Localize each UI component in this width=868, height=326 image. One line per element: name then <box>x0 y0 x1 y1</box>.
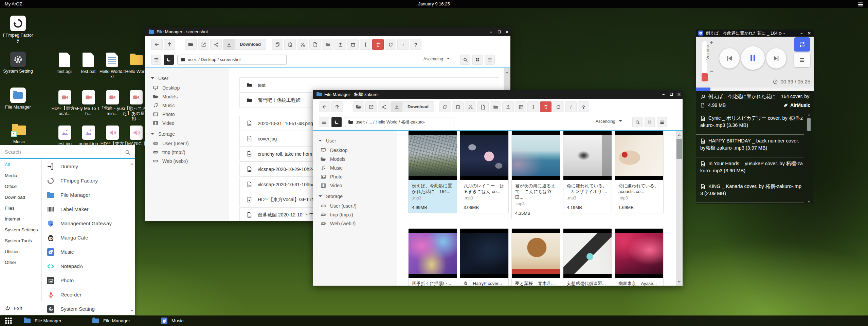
desktop-folder-helloworld[interactable] <box>130 55 143 66</box>
share-button[interactable] <box>378 101 390 112</box>
breadcrumb[interactable]: user: / Desktop / screenshot <box>177 55 287 65</box>
menu-scroll-down-icon[interactable] <box>130 308 134 312</box>
refresh-button[interactable] <box>385 39 396 50</box>
category-office[interactable]: Office <box>0 181 41 192</box>
menu-button[interactable] <box>319 117 329 127</box>
sidebar-group-user[interactable]: User <box>319 138 336 143</box>
list-view-button[interactable] <box>485 55 495 65</box>
topbar-menu-icon[interactable] <box>857 1 864 7</box>
help-button[interactable]: ? <box>410 39 421 50</box>
new-file-button[interactable] <box>309 39 321 50</box>
share-button[interactable] <box>210 39 222 50</box>
paste-button[interactable] <box>284 39 296 50</box>
rename-button[interactable] <box>360 39 371 50</box>
desktop-file-image[interactable] <box>82 126 95 140</box>
back-button[interactable] <box>151 39 163 50</box>
desktop-file-video[interactable] <box>82 90 95 104</box>
new-folder-button[interactable] <box>322 39 333 50</box>
app-item-photo[interactable]: Photo <box>42 273 130 288</box>
desktop-file-test-bat[interactable] <box>83 53 94 67</box>
sidebar-item-models[interactable]: Models <box>153 94 178 99</box>
sidebar-item-tmp-drive[interactable]: tmp (tmp:/) <box>321 212 353 217</box>
file-card[interactable]: 君が夜の海に還るまで _ こんにちは谷田... .mp3 4.35MB <box>511 131 560 219</box>
system-brand[interactable]: My ArOZ <box>5 1 22 6</box>
up-button[interactable] <box>331 101 343 112</box>
category-internet[interactable]: Internet <box>0 214 41 225</box>
category-download[interactable]: Download <box>0 192 41 203</box>
desktop-icon-music-folder[interactable]: ↖ <box>12 126 26 136</box>
playlist-item[interactable]: HAPPY BIRTHDAY _ back number cover. by柘榴… <box>696 135 804 157</box>
up-button[interactable] <box>164 39 175 50</box>
app-item-manga-cafe[interactable]: Manga Cafe <box>42 231 130 245</box>
exit-button[interactable]: Exit <box>5 305 22 311</box>
previous-button[interactable] <box>719 48 740 69</box>
desktop-file-audio[interactable] <box>106 126 119 140</box>
category-all[interactable]: All <box>0 159 41 170</box>
minimize-button[interactable] <box>488 27 495 36</box>
sidebar-item-web-drive[interactable]: Web (web:/) <box>153 158 188 164</box>
sidebar-group-storage[interactable]: Storage <box>151 131 175 137</box>
scroll-down-icon[interactable] <box>806 199 812 204</box>
next-button[interactable] <box>766 48 786 69</box>
maximize-button[interactable] <box>668 90 675 99</box>
sidebar-item-video[interactable]: Video <box>321 183 342 188</box>
window-titlebar[interactable]: File Manager - screenshot <box>145 27 510 36</box>
scroll-up-icon[interactable] <box>806 113 812 117</box>
scroll-down-icon[interactable] <box>676 279 683 284</box>
sidebar-item-music[interactable]: Music <box>321 165 343 171</box>
desktop-file-video[interactable] <box>106 90 119 104</box>
open-external-button[interactable] <box>365 101 377 112</box>
minimize-button[interactable] <box>660 90 668 99</box>
cut-button[interactable] <box>465 101 476 112</box>
sidebar-item-music[interactable]: Music <box>153 103 175 108</box>
open-button[interactable] <box>185 39 197 50</box>
scrollbar[interactable] <box>676 131 683 286</box>
sidebar-item-user-drive[interactable]: User (user:/) <box>153 141 189 146</box>
refresh-button[interactable] <box>553 101 564 112</box>
desktop-icon-system-setting[interactable] <box>10 52 26 67</box>
scrollbar-thumb[interactable] <box>807 118 811 131</box>
sidebar-item-desktop[interactable]: Desktop <box>321 148 347 153</box>
search-input[interactable] <box>0 145 135 159</box>
help-button[interactable]: ? <box>578 101 589 112</box>
desktop-file-test-agi[interactable] <box>59 53 70 67</box>
copy-button[interactable] <box>272 39 283 50</box>
desktop-file-helloworld-txt[interactable] <box>106 53 118 67</box>
desktop-icon-file-manager[interactable] <box>10 88 26 103</box>
new-file-button[interactable] <box>477 101 489 112</box>
desktop-icon-ffmpeg-factory[interactable] <box>10 16 26 31</box>
taskbar-item-file-manager-1[interactable]: File Manager <box>20 315 65 326</box>
new-folder-button[interactable] <box>490 101 501 112</box>
grid-view-button[interactable] <box>645 117 655 127</box>
sidebar-item-photo[interactable]: Photo <box>321 174 343 179</box>
info-button[interactable]: i <box>565 101 577 112</box>
app-item-file-manager[interactable]: File Manager <box>42 188 130 202</box>
playlist-menu-button[interactable] <box>794 53 810 67</box>
category-other[interactable]: Other <box>0 257 41 268</box>
category-media[interactable]: Media <box>0 170 41 181</box>
sidebar-group-user[interactable]: User <box>151 76 168 81</box>
scroll-up-icon[interactable] <box>504 70 510 75</box>
app-item-recorder[interactable]: Recorder <box>42 288 130 302</box>
taskbar-item-music[interactable]: Music <box>158 315 187 326</box>
volume-minus[interactable]: – <box>710 68 713 75</box>
progress-bar[interactable] <box>696 88 814 91</box>
app-launcher-button[interactable] <box>5 317 12 324</box>
archive-button[interactable] <box>347 39 359 50</box>
paste-button[interactable] <box>452 101 464 112</box>
desktop-file-audio[interactable] <box>130 126 143 140</box>
dark-mode-toggle[interactable] <box>331 117 342 127</box>
back-button[interactable] <box>319 101 330 112</box>
app-item-dummy[interactable]: Dummy <box>42 159 130 174</box>
playlist-item[interactable]: KING _ Kanaria cover. by 柘榴-zakuro-.mp3 … <box>696 180 804 203</box>
desktop-file-video[interactable] <box>58 90 71 104</box>
playlist-scrollbar[interactable] <box>806 113 812 204</box>
file-card[interactable]: 四季折々に揺蕩い... <box>408 228 457 286</box>
file-card[interactable]: 八月のレイニー _ はるまきごはん co... .mp3 3.06MB <box>460 131 509 213</box>
repeat-button[interactable] <box>794 37 810 52</box>
category-utilities[interactable]: Utilities <box>0 246 41 257</box>
scroll-up-icon[interactable] <box>676 133 683 137</box>
file-card[interactable]: 夢と葉桜 _ 青木月... <box>511 228 560 286</box>
upload-button[interactable] <box>502 101 514 112</box>
volume-plus[interactable]: + <box>710 39 713 46</box>
